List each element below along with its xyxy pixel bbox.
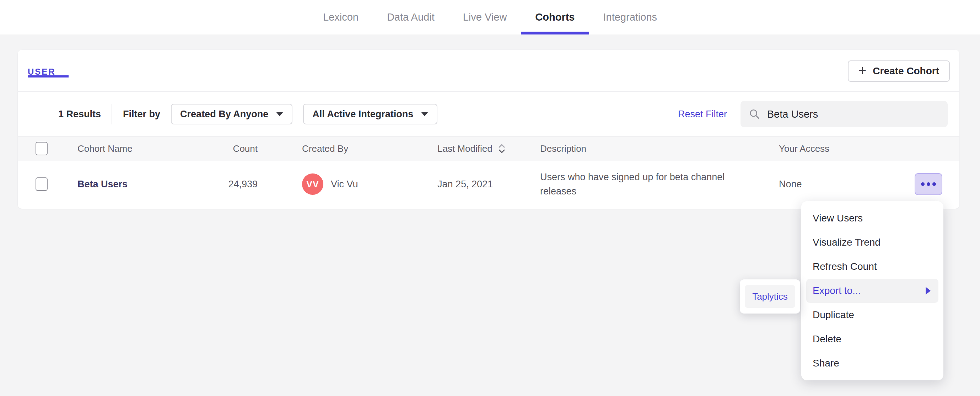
column-header-last-modified[interactable]: Last Modified	[438, 143, 506, 154]
column-header-description[interactable]: Description	[540, 143, 586, 154]
column-header-last-modified-label: Last Modified	[438, 143, 493, 154]
column-header-count[interactable]: Count	[167, 143, 258, 154]
search-icon	[749, 108, 760, 120]
menu-item-visualize-trend[interactable]: Visualize Trend	[801, 230, 943, 254]
column-header-cohort-name[interactable]: Cohort Name	[78, 143, 132, 154]
nav-tab-integrations[interactable]: Integrations	[589, 0, 671, 35]
nav-tab-label: Data Audit	[387, 11, 434, 23]
menu-item-refresh-count[interactable]: Refresh Count	[801, 254, 943, 279]
created-by-dropdown[interactable]: Created By Anyone	[171, 104, 293, 125]
column-header-your-access[interactable]: Your Access	[779, 143, 829, 154]
filter-left-group: 1 Results Filter by Created By Anyone Al…	[58, 104, 438, 125]
description-cell: Users who have signed up for beta channe…	[540, 170, 734, 198]
export-submenu: Taplytics	[740, 279, 800, 313]
nav-tab-lexicon[interactable]: Lexicon	[309, 0, 373, 35]
nav-tab-live-view[interactable]: Live View	[449, 0, 521, 35]
more-dots-icon	[927, 182, 930, 186]
avatar: VV	[302, 174, 323, 195]
row-actions-button[interactable]	[915, 173, 942, 195]
top-navigation: Lexicon Data Audit Live View Cohorts Int…	[0, 0, 980, 35]
nav-tab-label: Integrations	[603, 11, 657, 23]
results-count: 1 Results	[58, 109, 101, 120]
cohorts-card: USER + Create Cohort 1 Results Filter by…	[18, 50, 959, 209]
menu-item-label: Duplicate	[813, 309, 854, 321]
nav-tab-label: Live View	[463, 11, 507, 23]
user-tab-underline	[28, 75, 68, 78]
filter-bar: 1 Results Filter by Created By Anyone Al…	[18, 92, 959, 136]
column-header-created-by[interactable]: Created By	[302, 143, 348, 154]
create-cohort-label: Create Cohort	[873, 65, 939, 77]
menu-item-label: Delete	[813, 334, 842, 345]
menu-item-label: Share	[813, 358, 839, 369]
tab-user[interactable]: USER	[28, 67, 56, 77]
menu-item-label: Visualize Trend	[813, 237, 880, 248]
last-modified-cell: Jan 25, 2021	[438, 179, 493, 190]
menu-item-duplicate[interactable]: Duplicate	[801, 303, 943, 327]
row-actions-menu: View Users Visualize Trend Refresh Count…	[801, 201, 943, 380]
cohort-name-link[interactable]: Beta Users	[78, 179, 127, 190]
menu-item-share[interactable]: Share	[801, 351, 943, 375]
row-checkbox[interactable]	[35, 177, 48, 191]
menu-item-label: Refresh Count	[813, 261, 877, 272]
integrations-dropdown-value: All Active Integrations	[312, 109, 413, 120]
menu-item-view-users[interactable]: View Users	[801, 206, 943, 230]
create-cohort-button[interactable]: + Create Cohort	[848, 61, 950, 82]
filter-divider	[111, 104, 112, 125]
nav-tab-cohorts[interactable]: Cohorts	[521, 0, 589, 35]
more-dots-icon	[932, 182, 936, 186]
cohort-type-tabs-row: USER + Create Cohort	[18, 50, 959, 92]
tab-user-label: USER	[28, 67, 56, 77]
search-input[interactable]	[767, 109, 939, 120]
created-by-name: Vic Vu	[331, 179, 358, 190]
nav-tab-data-audit[interactable]: Data Audit	[373, 0, 449, 35]
table-header: Cohort Name Count Created By Last Modifi…	[18, 136, 959, 161]
filter-by-label: Filter by	[123, 109, 160, 120]
menu-item-export-to[interactable]: Export to...	[806, 279, 939, 303]
submenu-item-label: Taplytics	[752, 291, 788, 302]
chevron-down-icon	[421, 112, 428, 116]
submenu-item-taplytics[interactable]: Taplytics	[745, 285, 795, 308]
nav-tab-label: Lexicon	[323, 11, 358, 23]
integrations-dropdown[interactable]: All Active Integrations	[303, 104, 438, 125]
cohorts-page: Lexicon Data Audit Live View Cohorts Int…	[0, 0, 980, 396]
created-by-cell: VV Vic Vu	[302, 174, 358, 195]
table-row: Beta Users 24,939 VV Vic Vu Jan 25, 2021…	[18, 161, 959, 207]
search-box[interactable]	[740, 101, 948, 127]
reset-filter-link[interactable]: Reset Filter	[678, 109, 727, 120]
active-tab-underline	[521, 32, 589, 35]
menu-item-label: Export to...	[813, 285, 861, 297]
select-all-checkbox[interactable]	[35, 142, 48, 155]
plus-icon: +	[859, 64, 866, 77]
menu-item-label: View Users	[813, 212, 863, 224]
chevron-down-icon	[276, 112, 283, 116]
created-by-dropdown-value: Created By Anyone	[180, 109, 268, 120]
nav-tab-label: Cohorts	[535, 11, 574, 23]
menu-item-delete[interactable]: Delete	[801, 327, 943, 351]
more-dots-icon	[921, 182, 924, 186]
cohort-count: 24,939	[167, 179, 258, 190]
sort-icon	[498, 143, 506, 154]
submenu-arrow-icon	[926, 287, 931, 295]
your-access-cell: None	[779, 179, 802, 190]
